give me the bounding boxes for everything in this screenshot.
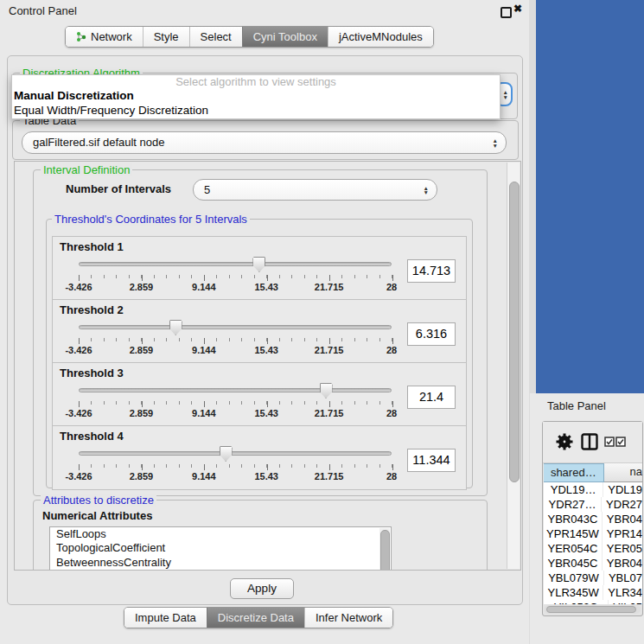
threshold-slider[interactable] bbox=[79, 319, 392, 336]
cell-name[interactable]: YDL19 bbox=[603, 482, 642, 497]
table-row[interactable]: YBR045CYBR04 bbox=[544, 556, 642, 571]
slider-track[interactable] bbox=[79, 262, 392, 266]
split-columns-icon[interactable] bbox=[581, 433, 598, 450]
table-row[interactable]: YDL19…YDL19 bbox=[544, 482, 642, 497]
float-window-icon[interactable] bbox=[501, 7, 512, 18]
settings-gear-icon[interactable] bbox=[556, 433, 573, 450]
major-tick bbox=[142, 464, 143, 470]
list-scrollbar[interactable] bbox=[379, 528, 390, 571]
threshold-slider[interactable] bbox=[79, 445, 392, 462]
attribute-item[interactable]: BetweennessCentrality bbox=[50, 556, 391, 570]
threshold-value-field[interactable]: 14.713 bbox=[407, 259, 456, 283]
checkbox-checked-icon[interactable] bbox=[604, 437, 615, 447]
cell-shared-name[interactable]: YPR145W bbox=[544, 526, 603, 541]
slider-track[interactable] bbox=[79, 325, 392, 329]
table-row[interactable]: YBL079WYBL07 bbox=[544, 571, 642, 585]
tick-label: 28 bbox=[386, 282, 397, 292]
tab-style[interactable]: Style bbox=[143, 27, 189, 47]
table-row[interactable]: YLR345WYLR34 bbox=[544, 585, 642, 600]
cell-name[interactable]: YBL07 bbox=[604, 571, 642, 585]
table-horizontal-scrollbar[interactable] bbox=[545, 605, 641, 614]
cell-name[interactable]: YBR04 bbox=[603, 512, 642, 526]
major-tick bbox=[392, 464, 393, 470]
apply-button[interactable]: Apply bbox=[230, 578, 294, 599]
control-panel: Control Panel ✖ NetworkStyleSelectCyni T… bbox=[0, 0, 530, 644]
cell-name[interactable]: YER05 bbox=[603, 541, 642, 556]
dropdown-item-equal-width[interactable]: Equal Width/Frequency Discretization bbox=[12, 103, 500, 118]
table-data-combobox[interactable]: galFiltered.sif default node ▲▼ bbox=[22, 131, 507, 154]
table-row[interactable]: YPR145WYPR14 bbox=[544, 526, 642, 541]
table-row[interactable]: YDR27…YDR27 bbox=[544, 497, 642, 512]
checkbox-checked-icon[interactable] bbox=[615, 437, 626, 447]
threshold-value-field[interactable]: 11.344 bbox=[407, 449, 456, 472]
table-grid: shared… na YDL19…YDL19YDR27…YDR27YBR043C… bbox=[544, 463, 642, 604]
slider-thumb[interactable] bbox=[320, 383, 333, 399]
cell-shared-name[interactable]: YDL19… bbox=[544, 482, 603, 497]
major-tick bbox=[142, 401, 143, 407]
table-row[interactable]: YIL052CYIL05 bbox=[544, 600, 642, 604]
numerical-attributes-list[interactable]: SelfLoopsTopologicalCoefficientBetweenne… bbox=[49, 526, 392, 571]
tab-cyni-toolbox[interactable]: Cyni Toolbox bbox=[242, 27, 328, 47]
cell-shared-name[interactable]: YLR345W bbox=[544, 585, 603, 600]
tick-label: 2.859 bbox=[130, 471, 154, 481]
tab-infer-network[interactable]: Infer Network bbox=[304, 608, 392, 628]
attribute-item[interactable]: TopologicalCoefficient bbox=[50, 541, 391, 555]
tick-label: 2.859 bbox=[130, 282, 154, 292]
tab-select[interactable]: Select bbox=[189, 27, 242, 47]
tab-network[interactable]: Network bbox=[66, 27, 143, 47]
cell-shared-name[interactable]: YIL052C bbox=[544, 600, 609, 604]
slider-track[interactable] bbox=[79, 388, 392, 392]
cell-shared-name[interactable]: YBR043C bbox=[544, 512, 603, 526]
cell-name[interactable]: YLR34 bbox=[603, 585, 642, 600]
combobox-stepper[interactable]: ▲▼ bbox=[424, 185, 429, 194]
major-tick bbox=[204, 401, 205, 407]
slider-thumb[interactable] bbox=[252, 257, 265, 272]
tab-label: Style bbox=[154, 27, 179, 47]
slider-track[interactable] bbox=[79, 451, 392, 456]
column-header-name[interactable]: na bbox=[604, 463, 642, 482]
threshold-slider[interactable] bbox=[79, 256, 392, 273]
slider-ticks bbox=[79, 464, 392, 470]
tab-label: Discretize Data bbox=[218, 608, 294, 628]
cell-shared-name[interactable]: YER054C bbox=[544, 541, 603, 556]
column-header-shared-name[interactable]: shared… bbox=[544, 463, 604, 482]
major-tick bbox=[267, 464, 268, 470]
cell-name[interactable]: YBR04 bbox=[603, 556, 642, 571]
threshold-value-field[interactable]: 21.4 bbox=[407, 386, 456, 409]
cell-name[interactable]: YPR14 bbox=[603, 526, 642, 541]
tab-discretize-data[interactable]: Discretize Data bbox=[207, 608, 304, 628]
algorithm-dropdown-list: Select algorithm to view settings Manual… bbox=[11, 74, 501, 119]
threshold-panel: Threshold 2 -3.4262.8599.14415.4321.7152… bbox=[52, 299, 467, 364]
number-of-intervals-combobox[interactable]: 5 ▲▼ bbox=[193, 179, 437, 201]
settings-scrollbar[interactable] bbox=[507, 163, 520, 569]
table-rows: YDL19…YDL19YDR27…YDR27YBR043CYBR04YPR145… bbox=[544, 482, 642, 604]
tab-jactivemnodules[interactable]: jActiveMNodules bbox=[328, 27, 433, 47]
major-tick bbox=[392, 338, 393, 344]
scrollbar-thumb[interactable] bbox=[546, 606, 636, 613]
threshold-slider[interactable] bbox=[79, 382, 392, 399]
cell-shared-name[interactable]: YBR045C bbox=[544, 556, 603, 571]
slider-ticks bbox=[79, 401, 392, 407]
table-row[interactable]: YBR043CYBR04 bbox=[544, 512, 642, 526]
threshold-value-field[interactable]: 6.316 bbox=[407, 322, 456, 346]
cell-shared-name[interactable]: YBL079W bbox=[544, 571, 604, 585]
tab-impute-data[interactable]: Impute Data bbox=[124, 608, 207, 628]
cell-name[interactable]: YDR27 bbox=[602, 497, 642, 512]
node-table: shared… na YDL19…YDL19YDR27…YDR27YBR043C… bbox=[542, 421, 643, 616]
combobox-stepper[interactable]: ▲▼ bbox=[493, 138, 498, 148]
cell-shared-name[interactable]: YDR27… bbox=[544, 497, 602, 512]
table-row[interactable]: YER054CYER05 bbox=[544, 541, 642, 556]
attribute-item[interactable]: SelfLoops bbox=[50, 527, 391, 541]
dropdown-item-manual[interactable]: Manual Discretization bbox=[12, 88, 500, 103]
slider-tick-labels: -3.4262.8599.14415.4321.71528 bbox=[79, 408, 392, 418]
tick-label: -3.426 bbox=[65, 408, 92, 418]
slider-thumb[interactable] bbox=[220, 446, 233, 462]
scrollbar-thumb[interactable] bbox=[380, 530, 390, 571]
major-tick bbox=[79, 275, 80, 281]
cell-name[interactable]: YIL05 bbox=[609, 600, 642, 604]
close-icon[interactable]: ✖ bbox=[513, 3, 522, 15]
scrollbar-thumb[interactable] bbox=[509, 182, 520, 482]
tick-label: 2.859 bbox=[130, 345, 154, 355]
slider-thumb[interactable] bbox=[169, 320, 182, 335]
settings-scrollpane: Interval Definition Number of Intervals … bbox=[14, 161, 521, 571]
